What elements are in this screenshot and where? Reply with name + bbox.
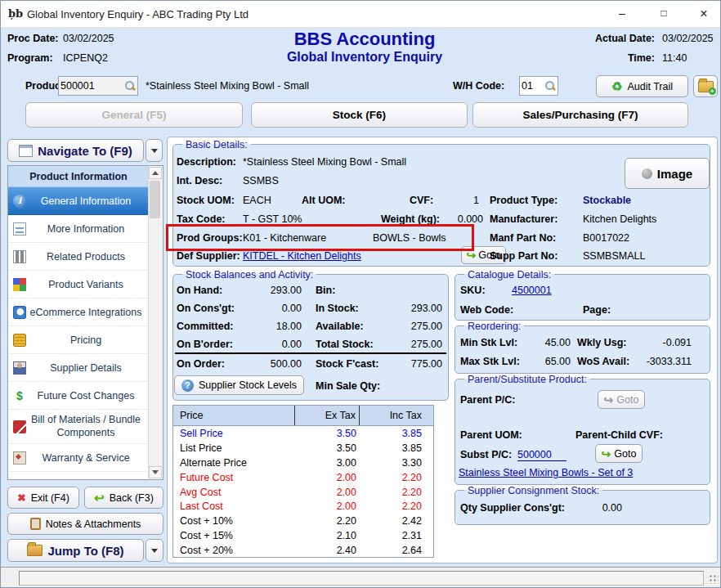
sidebar-item-product-variants[interactable]: Product Variants xyxy=(8,271,149,298)
related-list-icon xyxy=(13,250,26,263)
supplier-stock-levels-button[interactable]: ? Supplier Stock Levels xyxy=(174,375,304,395)
program-value: ICPENQ2 xyxy=(63,52,108,64)
manf-part-value: B0017022 xyxy=(583,232,629,244)
committed-value: 18.00 xyxy=(222,321,302,332)
sidebar-item-label: More Information xyxy=(47,223,124,235)
image-button-label: Image xyxy=(657,167,692,181)
tab-sales-purchasing[interactable]: Sales/Purchasing (F7) xyxy=(472,102,688,128)
notes-attachments-button[interactable]: Notes & Attachments xyxy=(7,513,163,535)
price-row-list[interactable]: List Price3.503.85 xyxy=(173,441,433,456)
supp-part-value: SSMBSMALL xyxy=(583,250,645,262)
sidebar-item-supplier-details[interactable]: Supplier Details xyxy=(8,354,149,382)
audit-trail-button[interactable]: ♻ Audit Trail xyxy=(596,75,688,97)
price-row-sell[interactable]: Sell Price3.503.85 xyxy=(173,426,433,441)
help-icon: ? xyxy=(181,379,194,392)
supplier-stock-levels-label: Supplier Stock Levels xyxy=(199,379,297,391)
document-icon xyxy=(13,222,26,236)
actual-date-value: 03/02/2025 xyxy=(662,33,714,44)
resize-grip[interactable] xyxy=(709,574,719,584)
jump-dropdown-button[interactable] xyxy=(146,539,163,562)
navigate-to-label: Navigate To (F9) xyxy=(38,144,132,158)
sidebar-item-bill-of-materials[interactable]: Bill of Materials / Bundle Components xyxy=(8,410,149,444)
reordering-legend: Reordering: xyxy=(464,321,524,332)
program-label: Program: xyxy=(7,52,53,64)
sidebar-item-label: eCommerce Integrations xyxy=(30,307,142,318)
nav-scrollbar[interactable] xyxy=(148,167,162,478)
in-stock-value: 293.00 xyxy=(373,303,442,314)
scrollbar-thumb[interactable] xyxy=(150,181,160,218)
weight-value: 0.000 xyxy=(426,213,483,225)
page-label: Page: xyxy=(583,304,611,316)
navigate-to-button[interactable]: Navigate To (F9) xyxy=(7,139,144,162)
sidebar-item-label: Bill of Materials / Bundle Components xyxy=(26,414,146,439)
total-stock-value: 275.00 xyxy=(373,339,442,350)
exit-button[interactable]: ✖ Exit (F4) xyxy=(7,487,79,509)
subst-pc-link[interactable]: 500000 xyxy=(517,449,566,461)
parent-goto-button-disabled: ↪ Goto xyxy=(598,390,645,409)
person-icon xyxy=(13,361,26,375)
image-button[interactable]: Image xyxy=(625,158,710,189)
wkly-usg-value: -0.091 xyxy=(624,337,692,348)
subst-product-link[interactable]: Stainless Steel Mixing Bowls - Set of 3 xyxy=(459,467,633,478)
price-row-cost-10[interactable]: Cost + 10%2.202.42 xyxy=(173,514,433,528)
status-message-area xyxy=(19,571,704,586)
wh-code-value-input[interactable] xyxy=(520,80,544,92)
globe-icon xyxy=(13,306,26,319)
col-inc-tax: Inc Tax xyxy=(360,406,425,425)
sidebar-item-more-information[interactable]: More Information xyxy=(8,215,149,243)
min-sale-qty-label: Min Sale Qty: xyxy=(316,380,380,392)
def-supplier-link[interactable]: KITDEL - Kitchen Delights xyxy=(243,250,361,262)
goto-arrow-icon: ↪ xyxy=(602,447,611,460)
price-row-future-cost[interactable]: Future Cost2.002.20 xyxy=(173,470,433,485)
jump-to-label: Jump To (F8) xyxy=(47,544,123,558)
image-icon xyxy=(642,168,652,179)
nav-group-header: Product Information xyxy=(8,166,149,187)
tax-code-label: Tax Code: xyxy=(177,213,226,225)
actual-date-label: Actual Date: xyxy=(573,33,655,44)
manufacturer-value: Kitchen Delights xyxy=(583,213,656,225)
tab-stock[interactable]: Stock (F6) xyxy=(251,102,468,128)
available-value: 275.00 xyxy=(373,321,442,332)
price-row-last-cost[interactable]: Last Cost2.002.20 xyxy=(173,499,433,514)
supp-part-label: Supp Part No: xyxy=(490,250,558,262)
on-order-value: 500.00 xyxy=(222,358,302,370)
sidebar-item-related-products[interactable]: Related Products xyxy=(8,243,149,271)
navigation-list: Product Information i General Informatio… xyxy=(7,165,163,480)
wh-code-input[interactable] xyxy=(519,76,558,96)
col-ex-tax: Ex Tax xyxy=(295,406,360,425)
wh-search-icon[interactable] xyxy=(544,80,556,92)
sidebar-item-general-information[interactable]: i General Information xyxy=(8,187,149,215)
sidebar-item-label: Supplier Details xyxy=(50,362,122,374)
jump-to-button[interactable]: Jump To (F8) xyxy=(7,539,144,562)
new-folder-button[interactable]: + xyxy=(693,75,718,97)
tax-code-value: T - GST 10% xyxy=(243,213,302,225)
stock-balances-legend: Stock Balances and Activity: xyxy=(182,269,316,281)
scroll-down-arrow[interactable] xyxy=(149,466,162,478)
sidebar-item-ecommerce-integrations[interactable]: eCommerce Integrations xyxy=(8,298,149,326)
maximize-button[interactable]: □ xyxy=(647,1,681,26)
app-title: BBS Accounting xyxy=(230,29,499,50)
minimize-button[interactable]: – xyxy=(605,1,639,26)
sidebar-item-warranty-service[interactable]: Warranty & Service xyxy=(8,444,149,472)
subst-goto-button[interactable]: ↪ Goto xyxy=(595,444,643,463)
price-row-alternate[interactable]: Alternate Price3.003.30 xyxy=(173,456,433,470)
sidebar-item-future-cost-changes[interactable]: $ Future Cost Changes xyxy=(8,382,149,410)
stamp-icon xyxy=(13,451,26,465)
scroll-up-arrow[interactable] xyxy=(149,167,162,179)
navigate-dropdown-button[interactable] xyxy=(146,139,163,162)
price-row-cost-15[interactable]: Cost + 15%2.102.31 xyxy=(173,528,433,543)
proc-date-value: 03/02/2025 xyxy=(63,33,114,44)
price-row-avg-cost[interactable]: Avg Cost2.002.20 xyxy=(173,485,433,500)
product-input[interactable] xyxy=(58,76,138,96)
on-hand-value: 293.00 xyxy=(222,285,302,296)
product-code-input[interactable] xyxy=(59,80,124,92)
product-search-icon[interactable] xyxy=(124,80,136,92)
title-bar: b̦b Global Inventory Enquiry - ABC Tradi… xyxy=(1,1,720,28)
dollar-icon: $ xyxy=(13,389,26,402)
sku-link[interactable]: 4500001 xyxy=(512,285,552,296)
close-button[interactable]: × xyxy=(687,1,721,26)
price-row-cost-20[interactable]: Cost + 20%2.402.64 xyxy=(173,543,433,558)
subst-pc-label: Subst P/C: xyxy=(460,449,512,460)
sidebar-item-pricing[interactable]: Pricing xyxy=(8,326,149,354)
back-button[interactable]: ↩ Back (F3) xyxy=(84,487,163,509)
